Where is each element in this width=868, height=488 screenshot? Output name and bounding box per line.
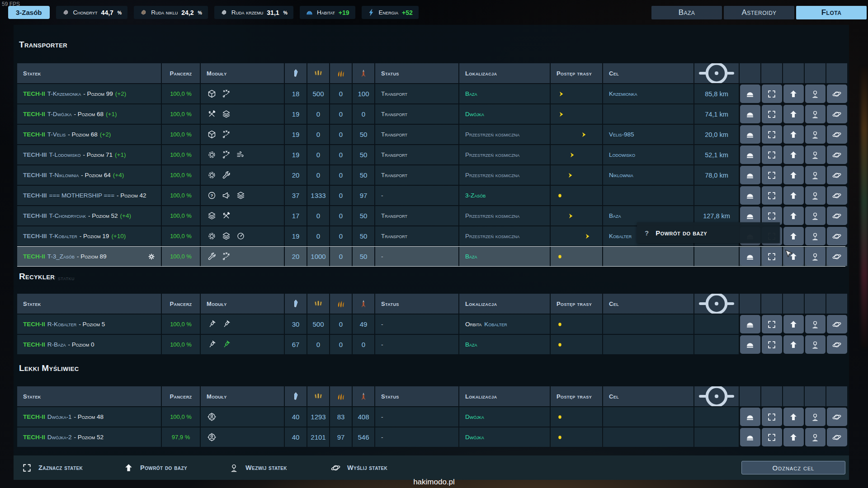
base-selector-chip[interactable]: 3-Zasób <box>8 6 50 19</box>
select-ship-button[interactable] <box>762 186 782 205</box>
dock-ship-button[interactable] <box>740 125 760 144</box>
select-ship-button[interactable] <box>762 105 782 123</box>
return-to-base-button[interactable] <box>783 227 804 245</box>
call-ship-button[interactable] <box>805 247 826 266</box>
column-header-moduly: Moduły <box>201 63 284 83</box>
return-to-base-button[interactable] <box>783 335 804 354</box>
call-ship-button[interactable] <box>805 125 826 144</box>
send-ship-button[interactable] <box>827 166 847 184</box>
call-ship-button[interactable] <box>805 186 826 205</box>
dock-ship-button[interactable] <box>740 335 760 354</box>
ship-row[interactable]: TECH-IIDwójka-2- Poziom 5297,9 %40210197… <box>17 427 845 447</box>
return-to-base-button[interactable] <box>783 105 804 123</box>
call-ship-button[interactable] <box>805 315 826 333</box>
call-ship-button[interactable] <box>805 408 826 426</box>
send-ship-button[interactable] <box>827 247 847 266</box>
send-ship-button[interactable] <box>827 105 847 123</box>
send-ship-button[interactable] <box>827 408 847 426</box>
send-ship-button[interactable] <box>827 206 847 225</box>
select-ship-button[interactable] <box>762 247 782 266</box>
tab-baza[interactable]: Baza <box>651 6 722 19</box>
dock-ship-button[interactable] <box>740 186 760 205</box>
resource-habitat: Habitat+19 <box>300 6 355 19</box>
dock-ship-button[interactable] <box>740 428 760 446</box>
return-to-base-button[interactable] <box>783 408 804 426</box>
send-ship-button[interactable] <box>827 335 847 354</box>
dock-ship-button[interactable] <box>740 247 760 266</box>
planet-icon <box>330 463 341 473</box>
column-header-action <box>826 386 847 406</box>
dock-ship-button[interactable] <box>740 408 760 426</box>
return-to-base-button[interactable] <box>783 186 804 205</box>
call-ship-button[interactable] <box>805 166 826 184</box>
call-icon <box>810 109 820 119</box>
gear-icon[interactable] <box>147 253 156 261</box>
call-ship-button[interactable] <box>805 335 826 354</box>
resource-value: +19 <box>339 9 349 16</box>
ship-level: - Poziom 0 <box>68 341 94 348</box>
ship-row[interactable]: TECH-IIIT-Lodowisko- Poziom 71(+1)100,0 … <box>17 145 845 164</box>
ship-row[interactable]: TECH-IIR-Kobalter- Poziom 5100,0 %305000… <box>17 314 845 334</box>
dock-ship-button[interactable] <box>740 105 760 123</box>
ammo-missile-icon <box>359 299 368 308</box>
tab-flota[interactable]: Flota <box>796 6 867 19</box>
ship-row[interactable]: TECH-IIT-Dwójka- Poziom 68(+1)100,0 %190… <box>17 104 845 124</box>
ship-row[interactable]: TECH-IIIT-Niklownia- Poziom 64(+4)100,0 … <box>17 165 845 185</box>
return-to-base-button[interactable] <box>783 84 804 103</box>
ship-row[interactable]: TECH-IIT-3_Zasób- Poziom 89100,0 %201000… <box>17 247 845 266</box>
call-ship-button[interactable] <box>805 105 826 123</box>
ship-row[interactable]: TECH-III=== MOTHERSHIP ===- Poziom 42100… <box>17 186 845 205</box>
ship-row[interactable]: TECH-IIR-Baza- Poziom 0100,0 %67000-Baza <box>17 335 845 354</box>
return-to-base-button[interactable] <box>783 166 804 184</box>
armor-cell: 100,0 % <box>162 84 200 103</box>
tactics-module-icon <box>222 252 231 261</box>
resource-chondryt: Chondryt44,7% <box>56 6 128 19</box>
send-ship-button[interactable] <box>827 315 847 333</box>
send-ship-button[interactable] <box>827 227 847 245</box>
ammo-count-cell: 50 <box>353 165 374 185</box>
send-ship-button[interactable] <box>827 84 847 103</box>
progress-dot-icon <box>556 413 564 421</box>
legend-planet[interactable]: Wyślij statek <box>330 463 387 473</box>
return-to-base-button[interactable] <box>783 125 804 144</box>
tab-asteroidy[interactable]: Asteroidy <box>724 6 794 19</box>
call-ship-button[interactable] <box>805 227 826 245</box>
legend-call[interactable]: Wezwij statek <box>229 463 287 473</box>
call-icon <box>810 252 820 262</box>
call-ship-button[interactable] <box>805 206 826 225</box>
dock-ship-button[interactable] <box>740 84 760 103</box>
call-ship-button[interactable] <box>805 84 826 103</box>
action-cell <box>783 314 804 334</box>
ammo-count-cell: 500 <box>307 314 329 334</box>
select-ship-button[interactable] <box>762 335 782 354</box>
select-ship-button[interactable] <box>762 84 782 103</box>
dock-ship-button[interactable] <box>740 145 760 164</box>
return-to-base-button[interactable] <box>783 428 804 446</box>
legend-select[interactable]: Zaznacz statek <box>22 463 83 473</box>
ship-row[interactable]: TECH-IIT-Velis- Poziom 68(+2)100,0 %1900… <box>17 125 845 144</box>
return-to-base-button[interactable] <box>783 145 804 164</box>
send-ship-button[interactable] <box>827 428 847 446</box>
call-ship-button[interactable] <box>805 428 826 446</box>
send-ship-button[interactable] <box>827 145 847 164</box>
send-ship-button[interactable] <box>827 125 847 144</box>
select-ship-button[interactable] <box>762 125 782 144</box>
ammo-count-cell: 50 <box>353 226 374 246</box>
select-ship-button[interactable] <box>762 145 782 164</box>
dock-ship-button[interactable] <box>740 315 760 333</box>
ship-row[interactable]: TECH-IIT-Krzemionka- Poziom 99(+2)100,0 … <box>17 84 845 103</box>
dock-ship-button[interactable] <box>740 166 760 184</box>
legend-home[interactable]: Powrót do bazy <box>123 463 187 473</box>
table-header-row: StatekPancerzModułyStatusLokalizacjaPost… <box>17 294 845 314</box>
ship-row[interactable]: TECH-IIDwójka-1- Poziom 48100,0 %4012938… <box>17 407 845 427</box>
call-ship-button[interactable] <box>805 145 826 164</box>
select-ship-button[interactable] <box>762 315 782 333</box>
select-ship-button[interactable] <box>762 408 782 426</box>
ship-tech-label: TECH-III <box>23 172 47 178</box>
return-to-base-button[interactable] <box>783 315 804 333</box>
select-ship-button[interactable] <box>762 428 782 446</box>
deselect-target-button[interactable]: Odznacz cel <box>741 461 845 474</box>
select-ship-button[interactable] <box>762 166 782 184</box>
return-to-base-button[interactable] <box>783 206 804 225</box>
send-ship-button[interactable] <box>827 186 847 205</box>
